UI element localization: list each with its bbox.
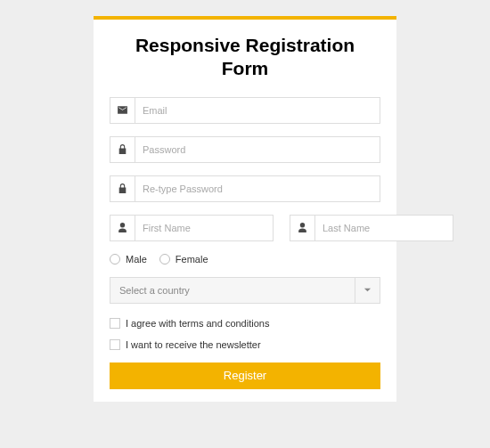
lastname-group	[290, 215, 453, 241]
gender-male-label: Male	[126, 254, 147, 265]
checkbox-icon	[110, 339, 120, 350]
password-field[interactable]	[135, 137, 380, 162]
country-select[interactable]: Select a country	[110, 277, 380, 304]
password2-row	[110, 175, 380, 202]
password-row	[110, 136, 380, 163]
newsletter-label: I want to receive the newsletter	[126, 339, 261, 350]
country-select-placeholder: Select a country	[119, 285, 190, 296]
newsletter-checkbox[interactable]: I want to receive the newsletter	[110, 339, 380, 350]
form-title: Responsive Registration Form	[110, 34, 380, 81]
radio-icon	[110, 254, 120, 265]
password-group	[110, 136, 380, 163]
checkbox-icon	[110, 318, 120, 329]
gender-female-radio[interactable]: Female	[159, 254, 208, 265]
terms-label: I agree with terms and conditions	[126, 318, 269, 329]
envelope-icon	[110, 98, 135, 123]
password2-group	[110, 175, 380, 202]
gender-female-label: Female	[176, 254, 208, 265]
registration-form-card: Responsive Registration Form	[94, 16, 396, 402]
lock-icon	[110, 176, 135, 201]
name-row	[110, 215, 380, 241]
user-icon	[290, 216, 315, 240]
gender-radios: Male Female	[110, 254, 380, 265]
chevron-down-icon	[355, 278, 380, 303]
register-button[interactable]: Register	[110, 362, 380, 389]
firstname-field[interactable]	[135, 216, 273, 240]
user-icon	[110, 216, 135, 240]
terms-checkbox[interactable]: I agree with terms and conditions	[110, 318, 380, 329]
email-field[interactable]	[135, 98, 380, 123]
password2-field[interactable]	[135, 176, 380, 201]
email-row	[110, 97, 380, 124]
gender-male-radio[interactable]: Male	[110, 254, 147, 265]
lock-icon	[110, 137, 135, 162]
email-group	[110, 97, 380, 124]
lastname-field[interactable]	[315, 216, 453, 240]
firstname-group	[110, 215, 274, 241]
radio-icon	[159, 254, 170, 265]
